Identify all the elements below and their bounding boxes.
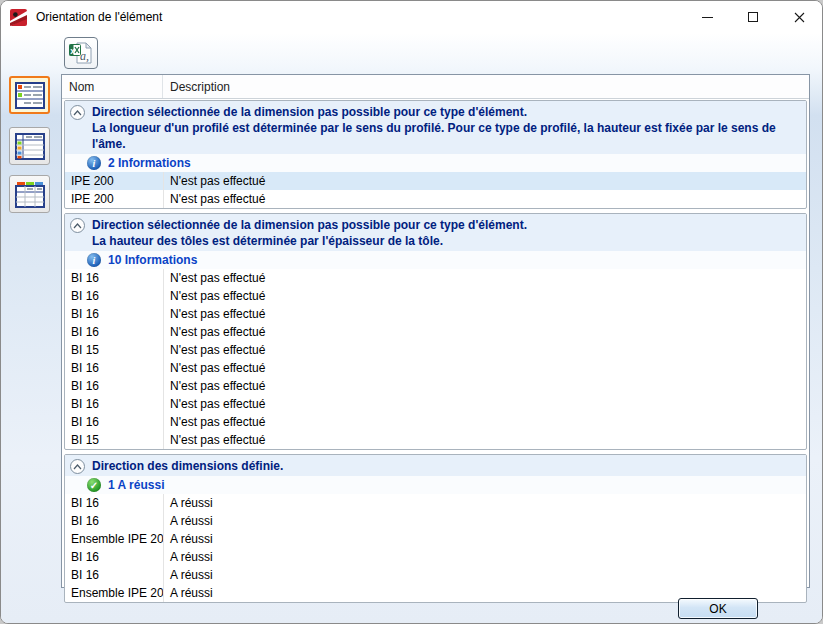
row-nom: BI 16 — [65, 566, 163, 584]
row-description: N'est pas effectué — [163, 377, 806, 395]
row-description: N'est pas effectué — [163, 341, 806, 359]
table-row[interactable]: BI 16 N'est pas effectué — [65, 305, 806, 323]
table-row[interactable]: BI 16 N'est pas effectué — [65, 359, 806, 377]
group-rows: BI 16 N'est pas effectué BI 16 N'est pas… — [65, 269, 806, 449]
group-status: 10 Informations — [65, 251, 806, 269]
row-description: N'est pas effectué — [163, 269, 806, 287]
row-nom: IPE 200 — [65, 172, 163, 190]
row-nom: BI 16 — [65, 323, 163, 341]
group-header[interactable]: Direction des dimensions définie. — [65, 455, 806, 476]
table-header-row: Nom Description — [62, 75, 809, 99]
row-nom: IPE 200 — [65, 190, 163, 208]
table-row[interactable]: BI 16 A réussi — [65, 512, 806, 530]
window-title: Orientation de l'élément — [36, 10, 162, 24]
row-nom: BI 16 — [65, 287, 163, 305]
row-description: N'est pas effectué — [163, 190, 806, 208]
dialog-content: a, x — [1, 33, 822, 623]
row-nom: BI 16 — [65, 269, 163, 287]
row-nom: BI 16 — [65, 395, 163, 413]
row-description: A réussi — [163, 512, 806, 530]
flat-list-view-button[interactable] — [9, 127, 50, 165]
maximize-icon — [748, 12, 758, 22]
table-row[interactable]: BI 16 N'est pas effectué — [65, 323, 806, 341]
advance-steel-logo-icon — [10, 9, 27, 26]
row-nom: BI 16 — [65, 548, 163, 566]
collapse-chevron-icon[interactable] — [70, 459, 85, 474]
group-rows: BI 16 A réussi BI 16 A réussi Ensemble I… — [65, 494, 806, 602]
close-icon — [794, 12, 805, 23]
column-header-nom[interactable]: Nom — [62, 75, 163, 98]
row-description: N'est pas effectué — [163, 323, 806, 341]
grouped-list-view-button[interactable] — [9, 76, 50, 114]
collapse-chevron-icon[interactable] — [70, 218, 85, 233]
group-status-label: 2 Informations — [108, 156, 191, 170]
result-group: Direction sélectionnée de la dimension p… — [64, 213, 807, 450]
minimize-button[interactable] — [684, 1, 730, 33]
table-row[interactable]: BI 16 N'est pas effectué — [65, 395, 806, 413]
table-row[interactable]: BI 16 N'est pas effectué — [65, 287, 806, 305]
row-description: A réussi — [163, 494, 806, 512]
groups-container: Direction sélectionnée de la dimension p… — [64, 100, 807, 607]
table-row[interactable]: BI 15 N'est pas effectué — [65, 341, 806, 359]
row-description: N'est pas effectué — [163, 172, 806, 190]
table-row[interactable]: IPE 200 N'est pas effectué — [65, 172, 806, 190]
group-status: 1 A réussi — [65, 476, 806, 494]
excel-export-icon: a, x — [68, 40, 94, 66]
row-nom: Ensemble IPE 200 — [65, 530, 163, 548]
success-check-icon — [87, 478, 101, 492]
group-title: Direction sélectionnée de la dimension p… — [92, 104, 802, 152]
row-nom: BI 16 — [65, 359, 163, 377]
group-status-label: 1 A réussi — [108, 478, 164, 492]
row-nom: Ensemble IPE 200 — [65, 584, 163, 602]
group-header[interactable]: Direction sélectionnée de la dimension p… — [65, 214, 806, 251]
row-nom: BI 16 — [65, 494, 163, 512]
group-title: Direction sélectionnée de la dimension p… — [92, 217, 527, 249]
tabbed-table-view-icon — [15, 181, 45, 208]
row-description: N'est pas effectué — [163, 413, 806, 431]
row-nom: BI 15 — [65, 431, 163, 449]
row-description: N'est pas effectué — [163, 359, 806, 377]
result-group: Direction des dimensions définie. 1 A ré… — [64, 454, 807, 603]
table-row[interactable]: Ensemble IPE 200 A réussi — [65, 530, 806, 548]
maximize-button[interactable] — [730, 1, 776, 33]
group-rows: IPE 200 N'est pas effectué IPE 200 N'est… — [65, 172, 806, 208]
row-description: N'est pas effectué — [163, 287, 806, 305]
table-row[interactable]: BI 16 N'est pas effectué — [65, 377, 806, 395]
svg-text:x: x — [70, 46, 75, 56]
row-nom: BI 16 — [65, 413, 163, 431]
ok-button[interactable]: OK — [678, 598, 758, 619]
group-header[interactable]: Direction sélectionnée de la dimension p… — [65, 101, 806, 154]
info-icon — [87, 156, 101, 170]
table-row[interactable]: BI 16 N'est pas effectué — [65, 269, 806, 287]
export-to-excel-button[interactable]: a, x — [64, 37, 98, 69]
table-row[interactable]: BI 16 A réussi — [65, 566, 806, 584]
row-nom: BI 16 — [65, 377, 163, 395]
svg-text:a,: a, — [80, 49, 89, 63]
group-title: Direction des dimensions définie. — [92, 458, 283, 474]
row-description: N'est pas effectué — [163, 305, 806, 323]
table-row[interactable]: BI 16 N'est pas effectué — [65, 413, 806, 431]
table-row[interactable]: IPE 200 N'est pas effectué — [65, 190, 806, 208]
collapse-chevron-icon[interactable] — [70, 105, 85, 120]
minimize-icon — [702, 17, 713, 18]
tabbed-table-view-button[interactable] — [9, 175, 50, 213]
row-description: N'est pas effectué — [163, 395, 806, 413]
row-description: N'est pas effectué — [163, 431, 806, 449]
group-status-label: 10 Informations — [108, 253, 197, 267]
table-row[interactable]: BI 16 A réussi — [65, 548, 806, 566]
result-group: Direction sélectionnée de la dimension p… — [64, 100, 807, 209]
row-description: A réussi — [163, 566, 806, 584]
group-status: 2 Informations — [65, 154, 806, 172]
grouped-list-view-icon — [15, 82, 45, 109]
row-description: A réussi — [163, 530, 806, 548]
close-button[interactable] — [776, 1, 822, 33]
info-icon — [87, 253, 101, 267]
row-nom: BI 15 — [65, 341, 163, 359]
window-controls — [684, 1, 822, 33]
table-row[interactable]: BI 15 N'est pas effectué — [65, 431, 806, 449]
row-nom: BI 16 — [65, 305, 163, 323]
column-header-description[interactable]: Description — [163, 75, 230, 98]
flat-list-view-icon — [15, 133, 45, 160]
table-row[interactable]: BI 16 A réussi — [65, 494, 806, 512]
titlebar: Orientation de l'élément — [1, 1, 822, 33]
